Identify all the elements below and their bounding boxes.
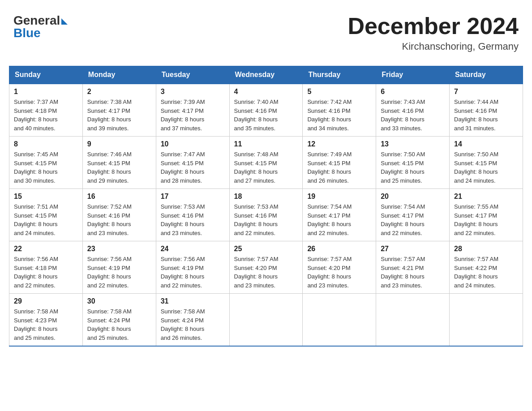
calendar-week-row: 1Sunrise: 7:37 AMSunset: 4:18 PMDaylight… (9, 84, 523, 137)
day-info: Sunrise: 7:40 AMSunset: 4:16 PMDaylight:… (234, 98, 298, 133)
day-info: Sunrise: 7:42 AMSunset: 4:16 PMDaylight:… (307, 98, 371, 133)
day-number: 29 (14, 297, 78, 305)
calendar-cell: 26Sunrise: 7:57 AMSunset: 4:20 PMDayligh… (303, 241, 376, 294)
day-info: Sunrise: 7:45 AMSunset: 4:15 PMDaylight:… (14, 150, 78, 185)
calendar-cell (229, 294, 303, 347)
day-number: 27 (381, 245, 445, 253)
day-info: Sunrise: 7:39 AMSunset: 4:17 PMDaylight:… (161, 98, 225, 133)
calendar-cell (450, 294, 523, 347)
calendar-week-row: 8Sunrise: 7:45 AMSunset: 4:15 PMDaylight… (9, 137, 523, 189)
day-number: 18 (234, 193, 298, 201)
calendar-cell (376, 294, 450, 347)
calendar-cell: 30Sunrise: 7:58 AMSunset: 4:24 PMDayligh… (82, 294, 156, 347)
day-info: Sunrise: 7:57 AMSunset: 4:22 PMDaylight:… (454, 255, 518, 290)
day-number: 19 (307, 193, 371, 201)
day-info: Sunrise: 7:55 AMSunset: 4:17 PMDaylight:… (454, 202, 518, 237)
location-title: Kirchanschoring, Germany (348, 41, 519, 52)
calendar-cell: 17Sunrise: 7:53 AMSunset: 4:16 PMDayligh… (156, 189, 229, 241)
calendar-cell: 23Sunrise: 7:56 AMSunset: 4:19 PMDayligh… (82, 241, 156, 294)
day-number: 30 (87, 297, 151, 305)
day-number: 12 (307, 140, 371, 148)
day-number: 17 (161, 193, 225, 201)
calendar-week-row: 22Sunrise: 7:56 AMSunset: 4:18 PMDayligh… (9, 241, 523, 294)
calendar-cell (303, 294, 376, 347)
calendar-cell: 1Sunrise: 7:37 AMSunset: 4:18 PMDaylight… (9, 84, 83, 137)
day-number: 14 (454, 140, 518, 148)
day-number: 26 (307, 245, 371, 253)
day-info: Sunrise: 7:50 AMSunset: 4:15 PMDaylight:… (381, 150, 445, 185)
calendar-cell: 4Sunrise: 7:40 AMSunset: 4:16 PMDaylight… (229, 84, 303, 137)
calendar-cell: 5Sunrise: 7:42 AMSunset: 4:16 PMDaylight… (303, 84, 376, 137)
calendar-table: SundayMondayTuesdayWednesdayThursdayFrid… (9, 66, 523, 347)
day-info: Sunrise: 7:57 AMSunset: 4:20 PMDaylight:… (307, 255, 371, 290)
day-info: Sunrise: 7:44 AMSunset: 4:16 PMDaylight:… (454, 98, 518, 133)
day-number: 13 (381, 140, 445, 148)
calendar-cell: 12Sunrise: 7:49 AMSunset: 4:15 PMDayligh… (303, 137, 376, 189)
title-section: December 2024 Kirchanschoring, Germany (348, 13, 519, 52)
calendar-cell: 24Sunrise: 7:56 AMSunset: 4:19 PMDayligh… (156, 241, 229, 294)
calendar-cell: 31Sunrise: 7:58 AMSunset: 4:24 PMDayligh… (156, 294, 229, 347)
day-number: 2 (87, 88, 151, 96)
day-info: Sunrise: 7:58 AMSunset: 4:24 PMDaylight:… (87, 307, 151, 342)
day-info: Sunrise: 7:37 AMSunset: 4:18 PMDaylight:… (14, 98, 78, 133)
day-info: Sunrise: 7:51 AMSunset: 4:15 PMDaylight:… (14, 202, 78, 237)
calendar-cell: 19Sunrise: 7:54 AMSunset: 4:17 PMDayligh… (303, 189, 376, 241)
day-info: Sunrise: 7:53 AMSunset: 4:16 PMDaylight:… (161, 202, 225, 237)
day-info: Sunrise: 7:46 AMSunset: 4:15 PMDaylight:… (87, 150, 151, 185)
day-info: Sunrise: 7:38 AMSunset: 4:17 PMDaylight:… (87, 98, 151, 133)
day-info: Sunrise: 7:57 AMSunset: 4:21 PMDaylight:… (381, 255, 445, 290)
calendar-header-row: SundayMondayTuesdayWednesdayThursdayFrid… (9, 66, 523, 84)
calendar-week-row: 29Sunrise: 7:58 AMSunset: 4:23 PMDayligh… (9, 294, 523, 347)
day-info: Sunrise: 7:47 AMSunset: 4:15 PMDaylight:… (161, 150, 225, 185)
logo-arrow-icon (61, 18, 68, 25)
day-number: 24 (161, 245, 225, 253)
calendar-cell: 27Sunrise: 7:57 AMSunset: 4:21 PMDayligh… (376, 241, 450, 294)
day-info: Sunrise: 7:58 AMSunset: 4:23 PMDaylight:… (14, 307, 78, 342)
day-info: Sunrise: 7:54 AMSunset: 4:17 PMDaylight:… (307, 202, 371, 237)
day-info: Sunrise: 7:52 AMSunset: 4:16 PMDaylight:… (87, 202, 151, 237)
day-number: 25 (234, 245, 298, 253)
calendar-cell: 7Sunrise: 7:44 AMSunset: 4:16 PMDaylight… (450, 84, 523, 137)
day-number: 15 (14, 193, 78, 201)
day-number: 9 (87, 140, 151, 148)
column-header-saturday: Saturday (450, 66, 523, 84)
day-number: 7 (454, 88, 518, 96)
day-info: Sunrise: 7:56 AMSunset: 4:19 PMDaylight:… (161, 255, 225, 290)
day-number: 11 (234, 140, 298, 148)
column-header-sunday: Sunday (9, 66, 83, 84)
day-number: 20 (381, 193, 445, 201)
day-info: Sunrise: 7:49 AMSunset: 4:15 PMDaylight:… (307, 150, 371, 185)
day-info: Sunrise: 7:56 AMSunset: 4:18 PMDaylight:… (14, 255, 78, 290)
day-info: Sunrise: 7:53 AMSunset: 4:16 PMDaylight:… (234, 202, 298, 237)
day-info: Sunrise: 7:48 AMSunset: 4:15 PMDaylight:… (234, 150, 298, 185)
day-number: 3 (161, 88, 225, 96)
day-info: Sunrise: 7:56 AMSunset: 4:19 PMDaylight:… (87, 255, 151, 290)
calendar-cell: 15Sunrise: 7:51 AMSunset: 4:15 PMDayligh… (9, 189, 83, 241)
day-number: 16 (87, 193, 151, 201)
calendar-cell: 10Sunrise: 7:47 AMSunset: 4:15 PMDayligh… (156, 137, 229, 189)
day-number: 6 (381, 88, 445, 96)
day-number: 22 (14, 245, 78, 253)
column-header-monday: Monday (82, 66, 156, 84)
calendar-cell: 16Sunrise: 7:52 AMSunset: 4:16 PMDayligh… (82, 189, 156, 241)
calendar-cell: 18Sunrise: 7:53 AMSunset: 4:16 PMDayligh… (229, 189, 303, 241)
calendar-cell: 13Sunrise: 7:50 AMSunset: 4:15 PMDayligh… (376, 137, 450, 189)
day-info: Sunrise: 7:54 AMSunset: 4:17 PMDaylight:… (381, 202, 445, 237)
day-number: 5 (307, 88, 371, 96)
calendar-cell: 9Sunrise: 7:46 AMSunset: 4:15 PMDaylight… (82, 137, 156, 189)
calendar-cell: 25Sunrise: 7:57 AMSunset: 4:20 PMDayligh… (229, 241, 303, 294)
day-number: 28 (454, 245, 518, 253)
calendar-cell: 14Sunrise: 7:50 AMSunset: 4:15 PMDayligh… (450, 137, 523, 189)
column-header-wednesday: Wednesday (229, 66, 303, 84)
calendar-cell: 2Sunrise: 7:38 AMSunset: 4:17 PMDaylight… (82, 84, 156, 137)
calendar-cell: 29Sunrise: 7:58 AMSunset: 4:23 PMDayligh… (9, 294, 83, 347)
calendar-cell: 3Sunrise: 7:39 AMSunset: 4:17 PMDaylight… (156, 84, 229, 137)
calendar-cell: 6Sunrise: 7:43 AMSunset: 4:16 PMDaylight… (376, 84, 450, 137)
day-number: 10 (161, 140, 225, 148)
column-header-tuesday: Tuesday (156, 66, 229, 84)
calendar-cell: 21Sunrise: 7:55 AMSunset: 4:17 PMDayligh… (450, 189, 523, 241)
calendar-cell: 20Sunrise: 7:54 AMSunset: 4:17 PMDayligh… (376, 189, 450, 241)
day-number: 1 (14, 88, 78, 96)
column-header-thursday: Thursday (303, 66, 376, 84)
logo: General Blue (13, 13, 68, 40)
